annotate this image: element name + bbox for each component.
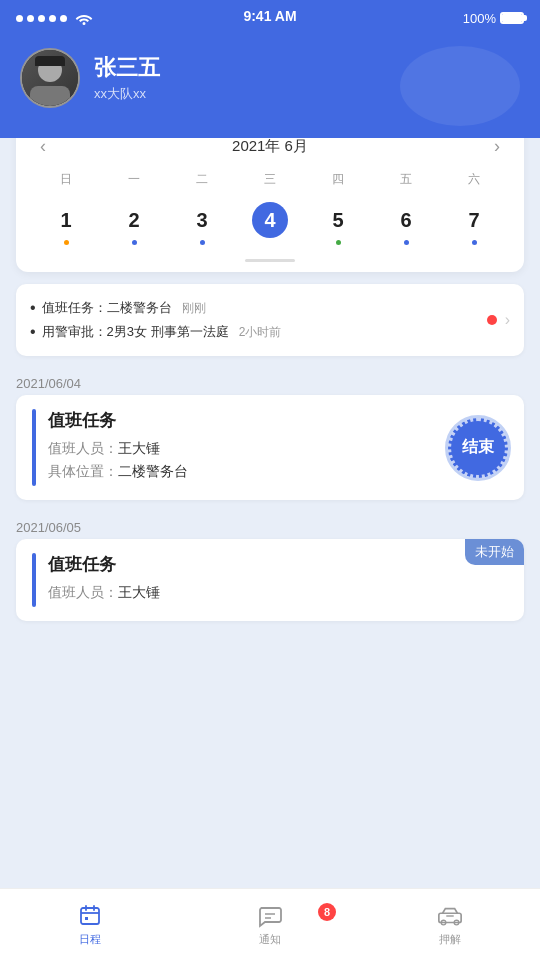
- date-header-1: 2021/06/04: [0, 368, 540, 395]
- calendar-tab-icon: [77, 903, 103, 929]
- notification-arrow: ›: [505, 311, 510, 329]
- calendar-prev-button[interactable]: ‹: [32, 138, 54, 157]
- cal-day-4[interactable]: 4: [236, 198, 304, 251]
- signal-dot-1: [16, 15, 23, 22]
- main-content: ‹ 2021年 6月 › 日 一 二 三 四 五 六 1234567 值班任务：…: [0, 138, 540, 920]
- weekday-sat: 六: [440, 167, 508, 192]
- task-location-value-1: 二楼警务台: [118, 463, 188, 479]
- calendar-days: 1234567: [32, 198, 508, 251]
- weekday-tue: 二: [168, 167, 236, 192]
- task-field-person-1: 值班人员：王大锤: [48, 440, 508, 458]
- date-header-2: 2021/06/05: [0, 512, 540, 539]
- signal-area: [16, 11, 93, 25]
- avatar: [20, 48, 80, 108]
- task-body-1: 值班任务 值班人员：王大锤 具体位置：二楼警务台: [48, 409, 508, 486]
- cal-day-3[interactable]: 3: [168, 198, 236, 251]
- tab-item-escort[interactable]: 押解: [360, 903, 540, 947]
- task-accent-bar-1: [32, 409, 36, 486]
- battery-percent: 100%: [463, 11, 496, 26]
- notif-item-1: 值班任务：二楼警务台 刚刚: [30, 296, 479, 320]
- scroll-indicator: [32, 259, 508, 262]
- user-name: 张三五: [94, 53, 520, 83]
- battery-icon: [500, 12, 524, 24]
- user-dept: xx大队xx: [94, 85, 520, 103]
- notification-card[interactable]: 值班任务：二楼警务台 刚刚 用警审批：2男3女 刑事第一法庭 2小时前 ›: [16, 284, 524, 356]
- notif-item-2: 用警审批：2男3女 刑事第一法庭 2小时前: [30, 320, 479, 344]
- task-card-2: 未开始 值班任务 值班人员：王大锤: [16, 539, 524, 621]
- task-person-value-2: 王大锤: [118, 584, 160, 600]
- tab-label-escort: 押解: [439, 932, 461, 947]
- calendar-card: ‹ 2021年 6月 › 日 一 二 三 四 五 六 1234567: [16, 138, 524, 272]
- cal-day-6[interactable]: 6: [372, 198, 440, 251]
- weekday-sun: 日: [32, 167, 100, 192]
- task-end-button[interactable]: 结束: [448, 418, 508, 478]
- tab-label-notification: 通知: [259, 932, 281, 947]
- cal-day-1[interactable]: 1: [32, 198, 100, 251]
- task-field-location-1: 具体位置：二楼警务台: [48, 463, 508, 481]
- tab-item-notification[interactable]: 8 通知: [180, 903, 360, 947]
- task-field-person-2: 值班人员：王大锤: [48, 584, 508, 602]
- header: 张三五 xx大队xx: [0, 36, 540, 138]
- battery-area: 100%: [463, 11, 524, 26]
- cal-day-5[interactable]: 5: [304, 198, 372, 251]
- tab-bar: 日程 8 通知 押解: [0, 888, 540, 960]
- tab-label-schedule: 日程: [79, 932, 101, 947]
- status-time: 9:41 AM: [243, 8, 296, 24]
- notif-time-2: 2小时前: [239, 324, 282, 341]
- calendar-title: 2021年 6月: [232, 138, 308, 156]
- task-body-2: 值班任务 值班人员：王大锤: [48, 553, 508, 607]
- notification-badge: 8: [318, 903, 336, 921]
- weekday-thu: 四: [304, 167, 372, 192]
- task-accent-bar-2: [32, 553, 36, 607]
- task-person-value-1: 王大锤: [118, 440, 160, 456]
- cal-day-7[interactable]: 7: [440, 198, 508, 251]
- status-bar: 9:41 AM 100%: [0, 0, 540, 36]
- calendar-next-button[interactable]: ›: [486, 138, 508, 157]
- calendar-weekdays: 日 一 二 三 四 五 六: [32, 167, 508, 192]
- signal-dot-4: [49, 15, 56, 22]
- wifi-icon: [75, 11, 93, 25]
- weekday-fri: 五: [372, 167, 440, 192]
- signal-dot-5: [60, 15, 67, 22]
- weekday-mon: 一: [100, 167, 168, 192]
- signal-dot-2: [27, 15, 34, 22]
- weekday-wed: 三: [236, 167, 304, 192]
- cal-day-2[interactable]: 2: [100, 198, 168, 251]
- task-unstarted-badge: 未开始: [465, 539, 524, 565]
- task-card-1: 值班任务 值班人员：王大锤 具体位置：二楼警务台 结束: [16, 395, 524, 500]
- tab-item-schedule[interactable]: 日程: [0, 903, 180, 947]
- notification-dot: [487, 315, 497, 325]
- signal-dot-3: [38, 15, 45, 22]
- car-tab-icon: [437, 903, 463, 929]
- notification-list: 值班任务：二楼警务台 刚刚 用警审批：2男3女 刑事第一法庭 2小时前: [30, 296, 479, 344]
- calendar-header: ‹ 2021年 6月 ›: [32, 138, 508, 157]
- task-title-2: 值班任务: [48, 553, 508, 576]
- message-tab-icon: [257, 903, 283, 929]
- svg-rect-0: [81, 908, 99, 924]
- user-info: 张三五 xx大队xx: [94, 53, 520, 103]
- task-title-1: 值班任务: [48, 409, 508, 432]
- notif-time-1: 刚刚: [182, 300, 206, 317]
